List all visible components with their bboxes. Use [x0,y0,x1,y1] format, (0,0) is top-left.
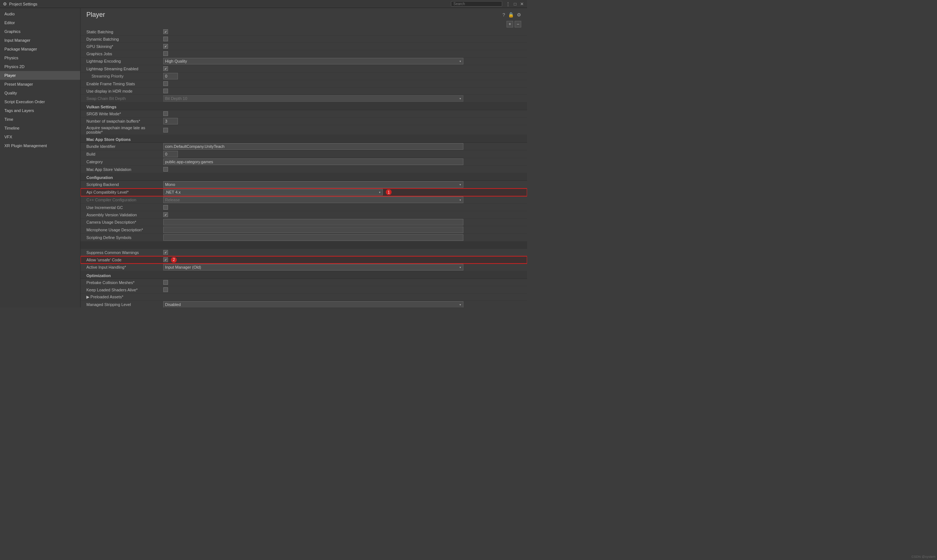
label-static-batching: Static Batching [86,30,163,34]
checkbox-static-batching[interactable] [163,29,168,34]
menu-button[interactable]: ⋮ [505,2,511,6]
dropdown-cpp-compiler: Release [163,197,463,203]
checkbox-unsafe-code[interactable] [163,257,168,262]
checkbox-hdr-mode[interactable] [163,89,168,93]
label-microphone-usage: Microphone Usage Description* [86,228,163,232]
sidebar-item-package-manager[interactable]: Package Manager [0,45,80,54]
sidebar-item-time[interactable]: Time [0,115,80,124]
table-row: Graphics Jobs [80,50,527,57]
label-scripting-backend: Scripting Backend [86,182,163,187]
label-cpp-compiler: C++ Compiler Configuration [86,198,163,202]
sidebar-item-script-execution-order[interactable]: Script Execution Order [0,97,80,106]
value-streaming-priority [163,73,521,79]
label-lightmap-streaming: Lightmap Streaming Enabled [86,67,163,71]
remove-button[interactable]: − [515,21,521,28]
section-vulkan: Vulkan Settings [80,103,527,110]
sidebar-item-vfx[interactable]: VFX [0,132,80,141]
table-row: Acquire swapchain image late as possible… [80,125,527,135]
checkbox-prebake-collision[interactable] [163,280,168,285]
value-active-input-handling: Input Manager (Old) [163,264,521,271]
checkbox-suppress-warnings[interactable] [163,250,168,255]
sidebar-item-graphics[interactable]: Graphics [0,27,80,36]
sidebar-item-player[interactable]: Player [0,71,80,80]
checkbox-mac-app-store-validation[interactable] [163,167,168,172]
gear-icon[interactable]: ⚙ [517,12,521,18]
label-acquire-swapchain: Acquire swapchain image late as possible… [86,126,163,134]
close-button[interactable]: ✕ [519,2,525,6]
settings-scroll-area[interactable]: Static Batching Dynamic Batching GPU Ski… [80,28,527,308]
dropdown-active-input-handling[interactable]: Input Manager (Old) [163,264,463,271]
input-camera-usage[interactable] [163,219,463,225]
label-scripting-define-symbols: Scripting Define Symbols [86,235,163,240]
label-unsafe-code: Allow 'unsafe' Code [86,258,163,262]
title-bar-icon: ⚙ [3,2,7,6]
sidebar-item-physics[interactable]: Physics [0,54,80,62]
dropdown-managed-stripping[interactable]: Disabled [163,301,463,308]
restore-button[interactable]: □ [513,2,517,6]
checkbox-use-incremental-gc[interactable] [163,205,168,210]
table-row: Lightmap Encoding High Quality [80,57,527,65]
table-row: Active Input Handling* Input Manager (Ol… [80,263,527,271]
checkbox-frame-timing[interactable] [163,81,168,86]
content-area: Player ? 🔒 ⚙ + − Static Batching Dynamic… [80,8,527,308]
input-swapchain-buffers[interactable] [163,118,178,125]
search-input[interactable] [451,1,502,6]
checkbox-graphics-jobs[interactable] [163,51,168,56]
label-lightmap-encoding: Lightmap Encoding [86,59,163,63]
input-bundle-identifier[interactable] [163,143,463,150]
table-row: Streaming Priority [80,72,527,80]
table-row: Keep Loaded Shaders Alive* [80,286,527,294]
value-frame-timing [163,81,521,86]
table-row: Scripting Backend Mono [80,181,527,189]
input-microphone-usage[interactable] [163,226,463,233]
checkbox-dynamic-batching[interactable] [163,37,168,42]
sidebar-item-timeline[interactable]: Timeline [0,124,80,132]
input-category[interactable] [163,158,463,165]
input-streaming-priority[interactable] [163,73,178,79]
dropdown-scripting-backend[interactable]: Mono [163,181,463,188]
sidebar-item-audio[interactable]: Audio [0,9,80,18]
checkbox-acquire-swapchain[interactable] [163,128,168,132]
label-gpu-skinning: GPU Skinning* [86,44,163,49]
checkbox-srgb-write[interactable] [163,111,168,116]
table-row: SRGB Write Mode* [80,110,527,117]
value-suppress-warnings [163,250,521,255]
label-mac-app-store-validation: Mac App Store Validation [86,167,163,172]
label-active-input-handling: Active Input Handling* [86,265,163,269]
label-prebake-collision: Prebake Collision Meshes* [86,280,163,285]
dropdown-lightmap-encoding[interactable]: High Quality [163,58,463,65]
value-swap-chain: Bit Depth 10 [163,95,521,102]
sidebar-item-xr-plugin-management[interactable]: XR Plugin Management [0,141,80,150]
checkbox-keep-loaded-shaders[interactable] [163,287,168,292]
checkbox-lightmap-streaming[interactable] [163,66,168,71]
table-row: Prebake Collision Meshes* [80,279,527,286]
value-swapchain-buffers [163,118,521,125]
section-configuration: Configuration [80,173,527,181]
input-scripting-define-symbols[interactable] [163,234,463,241]
dropdown-api-compat[interactable]: .NET 4.x [163,189,383,195]
sidebar-item-editor[interactable]: Editor [0,18,80,27]
sidebar-item-input-manager[interactable]: Input Manager [0,36,80,45]
label-build: Build [86,152,163,156]
help-icon[interactable]: ? [503,12,505,18]
sidebar-item-physics-2d[interactable]: Physics 2D [0,62,80,71]
input-build[interactable] [163,151,178,157]
sidebar-item-preset-manager[interactable]: Preset Manager [0,80,80,89]
checkbox-assembly-version-validation[interactable] [163,212,168,217]
value-srgb-write [163,111,521,116]
header-icons: ? 🔒 ⚙ [503,12,521,18]
checkbox-gpu-skinning[interactable] [163,44,168,49]
sidebar-item-quality[interactable]: Quality [0,89,80,97]
sidebar-item-tags-and-layers[interactable]: Tags and Layers [0,106,80,115]
lock-icon[interactable]: 🔒 [508,12,514,18]
search-area[interactable] [450,1,503,6]
value-build [163,151,521,157]
table-row: Swap Chain Bit Depth Bit Depth 10 [80,95,527,103]
value-scripting-backend: Mono [163,181,521,188]
table-row-api-compat: Api Compatibility Level* .NET 4.x 1 [80,189,527,196]
value-acquire-swapchain [163,128,521,132]
table-row: Static Batching [80,28,527,35]
add-button[interactable]: + [506,21,513,28]
value-prebake-collision [163,280,521,285]
table-row: Assembly Version Validation [80,211,527,218]
